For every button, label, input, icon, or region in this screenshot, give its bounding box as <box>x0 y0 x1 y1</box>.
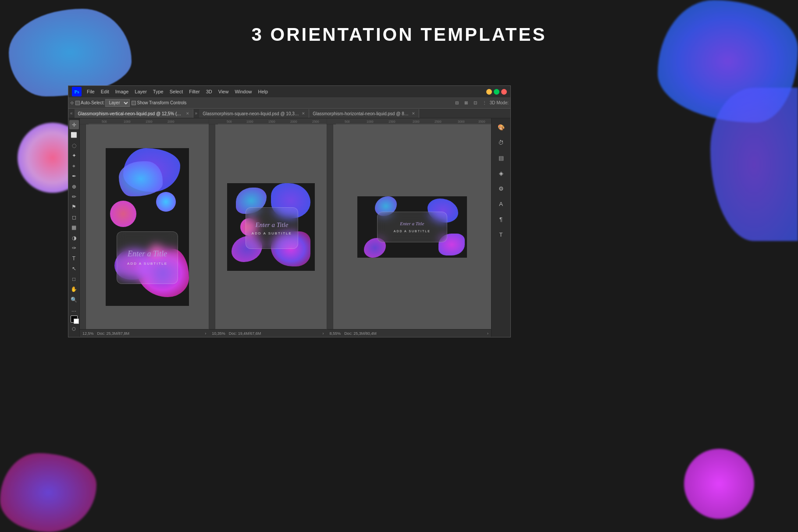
menu-help[interactable]: Help <box>256 88 271 95</box>
ruler-horizontal-vertical: 500 1000 1500 2000 <box>80 118 209 124</box>
canvas-panel-square: 500 1000 1500 2000 2500 <box>209 118 327 337</box>
menu-window[interactable]: Window <box>232 88 254 95</box>
decorative-blob-bottom-left <box>0 453 96 532</box>
eraser-tool[interactable]: ◻ <box>69 213 79 222</box>
auto-select-checkbox-group: Auto-Select: Layer Group <box>75 99 130 107</box>
auto-select-checkbox[interactable] <box>75 101 80 105</box>
ruler-vertical-v <box>80 124 86 329</box>
zoom-level-vertical: 12,5% <box>82 331 94 336</box>
align-left-icon[interactable]: ⊟ <box>453 99 461 107</box>
heal-tool[interactable]: ⊕ <box>69 182 79 191</box>
align-right-icon[interactable]: ⊡ <box>471 99 479 107</box>
hand-tool[interactable]: ✋ <box>69 285 79 294</box>
align-center-icon[interactable]: ⊠ <box>462 99 470 107</box>
scroll-indicator-vertical: › <box>205 331 206 336</box>
tab-scroll-mid[interactable]: » <box>193 111 200 116</box>
right-tool-colorpicker[interactable]: 🎨 <box>494 120 508 134</box>
ps-canvases-area: 500 1000 1500 2000 <box>80 118 491 337</box>
tab-square-close[interactable]: ✕ <box>302 111 305 116</box>
crop-tool[interactable]: ⌖ <box>69 161 79 170</box>
svg-text:1500: 1500 <box>388 120 395 123</box>
menu-layer[interactable]: Layer <box>132 88 150 95</box>
canvas-area-horizontal: Enter a Title ADD A SUBTITLE <box>327 124 491 329</box>
tab-vertical-close[interactable]: ✕ <box>186 111 189 116</box>
zoom-tool[interactable]: 🔍 <box>69 295 79 304</box>
status-bar-horizontal: 8,55% Doc: 25,3M/80,4M › <box>327 329 491 337</box>
tab-horizontal-close[interactable]: ✕ <box>412 111 415 116</box>
gradient-tool[interactable]: ▦ <box>69 223 79 232</box>
right-tool-history[interactable]: ⏱ <box>494 135 508 149</box>
menu-type[interactable]: Type <box>150 88 166 95</box>
canvas-title-horizontal: Enter a Title <box>400 221 424 227</box>
right-tool-properties[interactable]: ⚙ <box>494 181 508 195</box>
transform-controls-label: Show Transform Controls <box>137 100 186 105</box>
canvas-title-vertical: Enter a Title <box>128 249 167 259</box>
path-select-tool[interactable]: ↖ <box>69 264 79 273</box>
menu-file[interactable]: File <box>84 88 97 95</box>
ps-tab-bar: « Glassmorphism-vertical-neon-liquid.psd… <box>68 109 510 118</box>
ps-left-toolbox: ✛ ⬜ ◌ ✦ ⌖ ✒ ⊕ ✏ ⚑ ◻ ▦ ◑ ✑ T ↖ □ ✋ 🔍 … ⬡ <box>68 118 80 337</box>
canvas-subtitle-vertical: ADD A SUBTITLE <box>127 262 167 266</box>
rectangular-select-tool[interactable]: ⬜ <box>69 130 79 139</box>
svg-text:1500: 1500 <box>268 120 275 123</box>
svg-text:1000: 1000 <box>246 120 253 123</box>
decorative-blob-right-mid <box>710 88 798 241</box>
more-tools[interactable]: … <box>69 305 79 314</box>
canvas-subtitle-square: ADD A SUBTITLE <box>252 231 292 235</box>
tab-horizontal-label: Glassmorphism-horizontal-neon-liquid.psd… <box>313 111 409 116</box>
ruler-vertical-sq <box>209 124 215 329</box>
close-button[interactable] <box>501 89 507 95</box>
tab-square[interactable]: Glassmorphism-square-neon-liquid.psd @ 1… <box>199 109 309 118</box>
move-tool[interactable]: ✛ <box>69 120 79 129</box>
artwork-horizontal: Enter a Title ADD A SUBTITLE <box>357 196 467 258</box>
menu-view[interactable]: View <box>216 88 232 95</box>
ps-right-panel: 🎨 ⏱ ▤ ◈ ⚙ A ¶ T <box>491 118 510 337</box>
page-title: 3 ORIENTATION TEMPLATES <box>251 24 546 45</box>
right-tool-type[interactable]: T <box>494 227 508 241</box>
right-tool-adjustments[interactable]: ◈ <box>494 166 508 180</box>
scroll-indicator-square: › <box>323 331 324 336</box>
transform-controls-checkbox[interactable] <box>132 101 136 105</box>
lasso-tool[interactable]: ◌ <box>69 141 79 150</box>
foreground-color[interactable] <box>71 316 78 323</box>
dodge-tool[interactable]: ◑ <box>69 233 79 242</box>
menu-filter[interactable]: Filter <box>186 88 202 95</box>
svg-text:1500: 1500 <box>146 120 153 123</box>
shape-tool[interactable]: □ <box>69 274 79 284</box>
clone-stamp-tool[interactable]: ⚑ <box>69 202 79 212</box>
doc-info-vertical: Doc: 25,3M/87,8M <box>97 331 130 336</box>
tab-horizontal[interactable]: Glassmorphism-horizontal-neon-liquid.psd… <box>309 109 419 118</box>
eyedropper-tool[interactable]: ✒ <box>69 171 79 181</box>
menu-select[interactable]: Select <box>167 88 186 95</box>
artwork-square: Enter a Title ADD A SUBTITLE <box>227 183 315 271</box>
window-controls <box>486 89 507 95</box>
menu-edit[interactable]: Edit <box>98 88 112 95</box>
tab-vertical[interactable]: Glassmorphism-vertical-neon-liquid.psd @… <box>75 109 193 118</box>
right-tool-character[interactable]: A <box>494 197 508 211</box>
status-bar-vertical: 12,5% Doc: 25,3M/87,8M › <box>80 329 209 337</box>
brush-tool[interactable]: ✏ <box>69 192 79 201</box>
right-tool-paragraph[interactable]: ¶ <box>494 212 508 226</box>
menu-image[interactable]: Image <box>113 88 132 95</box>
scroll-indicator-horizontal: › <box>487 331 488 336</box>
maximize-button[interactable] <box>494 89 499 95</box>
right-tool-layers[interactable]: ▤ <box>494 151 508 165</box>
menu-3d[interactable]: 3D <box>203 88 215 95</box>
pen-tool[interactable]: ✑ <box>69 244 79 253</box>
decorative-blob-top-left <box>9 9 132 96</box>
minimize-button[interactable] <box>486 89 492 95</box>
canvas-title-square: Enter a Title <box>255 221 288 229</box>
distribute-icon[interactable]: ⋮ <box>481 99 488 107</box>
svg-text:3000: 3000 <box>458 120 465 123</box>
toolbar-icons: ⊟ ⊠ ⊡ ⋮ 3D Mode: <box>453 99 509 107</box>
magic-wand-tool[interactable]: ✦ <box>69 151 79 160</box>
quick-mask[interactable]: ⬡ <box>69 324 79 333</box>
zoom-level-square: 10,35% <box>212 331 225 336</box>
transform-controls-group: Show Transform Controls <box>132 100 186 105</box>
svg-text:500: 500 <box>102 120 107 123</box>
text-tool[interactable]: T <box>69 254 79 263</box>
svg-text:2000: 2000 <box>290 120 297 123</box>
tab-scroll-left[interactable]: « <box>68 111 75 116</box>
auto-select-dropdown[interactable]: Layer Group <box>105 99 130 107</box>
svg-text:2000: 2000 <box>167 120 175 123</box>
